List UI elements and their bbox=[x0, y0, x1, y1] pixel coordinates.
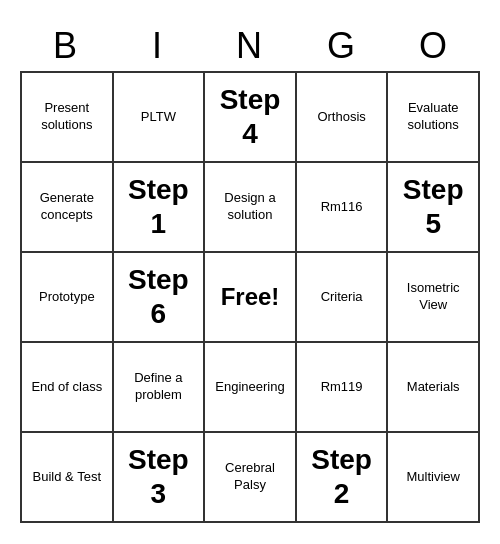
cell-r2-c4: Isometric View bbox=[388, 253, 480, 343]
bingo-card: BINGO Present solutionsPLTWStep 4Orthosi… bbox=[20, 21, 480, 523]
cell-r3-c4: Materials bbox=[388, 343, 480, 433]
cell-r2-c3: Criteria bbox=[297, 253, 389, 343]
cell-r3-c1: Define a problem bbox=[114, 343, 206, 433]
header-letter: I bbox=[112, 21, 204, 71]
cell-r1-c2: Design a solution bbox=[205, 163, 297, 253]
cell-r0-c1: PLTW bbox=[114, 73, 206, 163]
header-letter: O bbox=[388, 21, 480, 71]
cell-r0-c0: Present solutions bbox=[22, 73, 114, 163]
cell-r0-c3: Orthosis bbox=[297, 73, 389, 163]
cell-r1-c3: Rm116 bbox=[297, 163, 389, 253]
cell-r3-c2: Engineering bbox=[205, 343, 297, 433]
cell-r0-c4: Evaluate solutions bbox=[388, 73, 480, 163]
header-letter: B bbox=[20, 21, 112, 71]
cell-r3-c3: Rm119 bbox=[297, 343, 389, 433]
cell-r4-c3: Step 2 bbox=[297, 433, 389, 523]
cell-r4-c0: Build & Test bbox=[22, 433, 114, 523]
cell-r1-c1: Step 1 bbox=[114, 163, 206, 253]
cell-r1-c4: Step 5 bbox=[388, 163, 480, 253]
cell-r4-c2: Cerebral Palsy bbox=[205, 433, 297, 523]
header-letter: G bbox=[296, 21, 388, 71]
cell-r4-c4: Multiview bbox=[388, 433, 480, 523]
cell-r1-c0: Generate concepts bbox=[22, 163, 114, 253]
bingo-header: BINGO bbox=[20, 21, 480, 71]
cell-r3-c0: End of class bbox=[22, 343, 114, 433]
cell-r2-c1: Step 6 bbox=[114, 253, 206, 343]
cell-r2-c0: Prototype bbox=[22, 253, 114, 343]
header-letter: N bbox=[204, 21, 296, 71]
bingo-grid: Present solutionsPLTWStep 4OrthosisEvalu… bbox=[20, 71, 480, 523]
cell-r0-c2: Step 4 bbox=[205, 73, 297, 163]
cell-r4-c1: Step 3 bbox=[114, 433, 206, 523]
cell-r2-c2: Free! bbox=[205, 253, 297, 343]
